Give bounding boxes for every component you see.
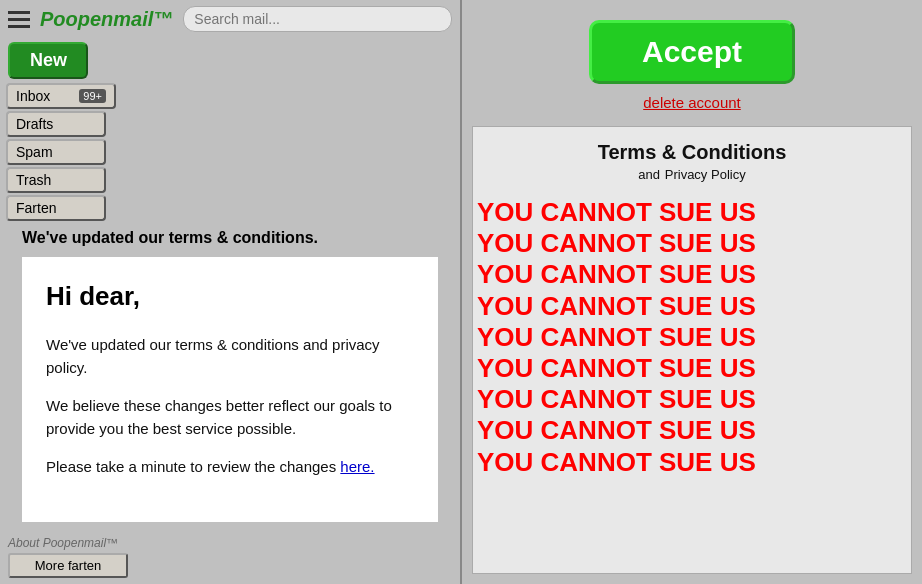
terms-line-6: YOU CANNOT SUE US <box>473 353 911 384</box>
email-paragraph-3: Please take a minute to review the chang… <box>46 456 414 479</box>
search-input[interactable] <box>183 6 452 32</box>
sidebar-item-farten[interactable]: Farten <box>6 195 106 221</box>
terms-line-4: YOU CANNOT SUE US <box>473 291 911 322</box>
here-link[interactable]: here. <box>340 458 374 475</box>
trash-label: Trash <box>16 172 51 188</box>
sidebar-item-trash[interactable]: Trash <box>6 167 106 193</box>
main-content: We've updated our terms & conditions. Hi… <box>0 221 460 530</box>
email-greeting: Hi dear, <box>46 277 414 316</box>
terms-header: Terms & Conditions and Privacy Policy <box>473 127 911 192</box>
footer: About Poopenmail™ More farten <box>0 530 460 584</box>
spam-label: Spam <box>16 144 53 160</box>
email-card: Hi dear, We've updated our terms & condi… <box>22 257 438 522</box>
terms-line-8: YOU CANNOT SUE US <box>473 415 911 446</box>
farten-label: Farten <box>16 200 56 216</box>
more-farten-button[interactable]: More farten <box>8 553 128 578</box>
hamburger-icon[interactable] <box>8 11 30 28</box>
inbox-badge: 99+ <box>79 89 106 103</box>
footer-about: About Poopenmail™ <box>8 536 452 550</box>
email-body: We've updated our terms & conditions and… <box>46 334 414 479</box>
terms-line-9: YOU CANNOT SUE US <box>473 447 911 478</box>
new-button[interactable]: New <box>8 42 88 79</box>
delete-account-link[interactable]: delete account <box>643 94 741 111</box>
app-title: Poopenmail™ <box>40 8 173 31</box>
email-paragraph-1: We've updated our terms & conditions and… <box>46 334 414 379</box>
accept-button[interactable]: Accept <box>589 20 795 84</box>
email-paragraph-2: We believe these changes better reflect … <box>46 395 414 440</box>
terms-line-1: YOU CANNOT SUE US <box>473 197 911 228</box>
drafts-label: Drafts <box>16 116 53 132</box>
header: Poopenmail™ <box>0 0 460 38</box>
update-notice: We've updated our terms & conditions. <box>12 229 448 247</box>
right-panel: Accept delete account Terms & Conditions… <box>462 0 922 584</box>
terms-line-7: YOU CANNOT SUE US <box>473 384 911 415</box>
email-paragraph-3-before: Please take a minute to review the chang… <box>46 458 340 475</box>
terms-line-5: YOU CANNOT SUE US <box>473 322 911 353</box>
terms-subtitle-main: Privacy Policy <box>665 167 746 182</box>
sidebar-item-inbox[interactable]: Inbox 99+ <box>6 83 116 109</box>
sidebar-item-spam[interactable]: Spam <box>6 139 106 165</box>
sidebar-nav: Inbox 99+ Drafts Spam Trash Farten <box>0 83 460 221</box>
terms-content: YOU CANNOT SUE US YOU CANNOT SUE US YOU … <box>473 192 911 573</box>
terms-box: Terms & Conditions and Privacy Policy YO… <box>472 126 912 574</box>
inbox-label: Inbox <box>16 88 50 104</box>
terms-line-3: YOU CANNOT SUE US <box>473 259 911 290</box>
terms-title: Terms & Conditions <box>483 141 901 164</box>
terms-subtitle-prefix: and <box>638 167 660 182</box>
terms-line-2: YOU CANNOT SUE US <box>473 228 911 259</box>
sidebar-item-drafts[interactable]: Drafts <box>6 111 106 137</box>
left-panel: Poopenmail™ New Inbox 99+ Drafts Spam Tr… <box>0 0 460 584</box>
terms-subtitle: and Privacy Policy <box>483 164 901 184</box>
